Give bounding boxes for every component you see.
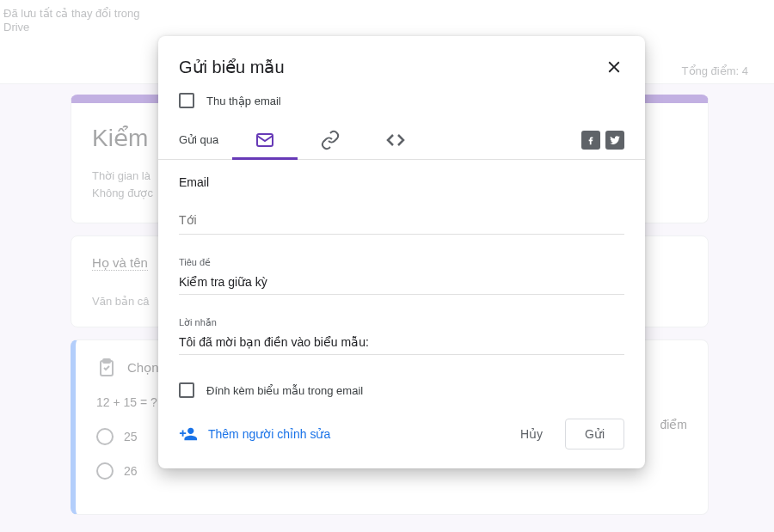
send-button[interactable]: Gửi bbox=[565, 419, 624, 449]
to-input[interactable] bbox=[179, 211, 624, 235]
mail-icon bbox=[255, 130, 275, 150]
social-share bbox=[581, 131, 624, 150]
modal-actions: Hủy Gửi bbox=[505, 419, 624, 449]
link-icon bbox=[320, 130, 341, 150]
send-form-modal: Gửi biểu mẫu Thu thập email Gửi qua bbox=[158, 36, 645, 468]
add-collaborators-button[interactable]: Thêm người chỉnh sửa bbox=[179, 425, 330, 443]
modal-title: Gửi biểu mẫu bbox=[179, 57, 285, 77]
send-via-tabs: Gửi qua bbox=[158, 120, 645, 160]
cancel-button[interactable]: Hủy bbox=[505, 420, 558, 448]
email-section-label: Email bbox=[179, 175, 624, 189]
send-via-label: Gửi qua bbox=[179, 133, 218, 146]
include-form-row[interactable]: Đính kèm biểu mẫu trong email bbox=[179, 377, 624, 398]
add-collaborators-label: Thêm người chỉnh sửa bbox=[208, 427, 330, 441]
close-icon bbox=[605, 58, 624, 76]
tab-email[interactable] bbox=[232, 120, 298, 160]
tab-link[interactable] bbox=[298, 120, 363, 160]
subject-field: Tiêu đề bbox=[179, 257, 624, 295]
modal-body: Email Tiêu đề Lời nhắn Đính kèm biểu mẫu… bbox=[158, 160, 645, 398]
subject-input[interactable] bbox=[179, 272, 624, 295]
close-button[interactable] bbox=[604, 57, 624, 77]
twitter-share-button[interactable] bbox=[605, 131, 624, 150]
person-add-icon bbox=[179, 425, 198, 443]
code-icon bbox=[385, 130, 406, 150]
modal-header: Gửi biểu mẫu bbox=[158, 57, 645, 86]
include-form-checkbox[interactable] bbox=[179, 382, 194, 398]
twitter-icon bbox=[609, 134, 621, 146]
facebook-icon bbox=[585, 134, 597, 146]
message-input[interactable] bbox=[179, 332, 624, 355]
modal-footer: Thêm người chỉnh sửa Hủy Gửi bbox=[158, 398, 645, 449]
message-label: Lời nhắn bbox=[179, 317, 624, 328]
include-form-label: Đính kèm biểu mẫu trong email bbox=[206, 384, 363, 397]
facebook-share-button[interactable] bbox=[581, 131, 600, 150]
subject-label: Tiêu đề bbox=[179, 257, 624, 268]
tab-embed[interactable] bbox=[363, 120, 428, 160]
collect-emails-label: Thu thập email bbox=[206, 95, 281, 107]
collect-emails-row[interactable]: Thu thập email bbox=[158, 86, 645, 120]
to-field bbox=[179, 211, 624, 235]
collect-emails-checkbox[interactable] bbox=[179, 93, 194, 108]
message-field: Lời nhắn bbox=[179, 317, 624, 355]
